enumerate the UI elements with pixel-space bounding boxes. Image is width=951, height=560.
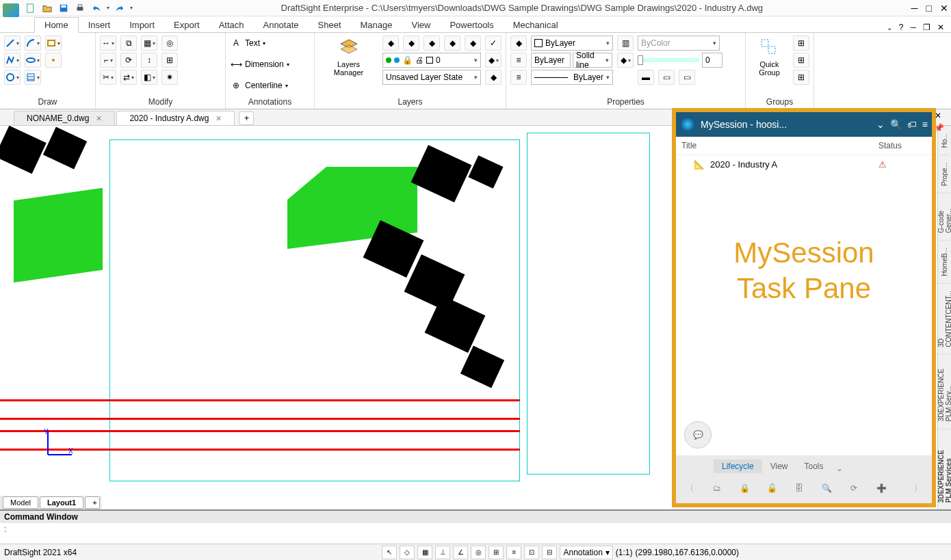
- sb-snap[interactable]: ◇: [400, 546, 415, 559]
- layer-tool-2[interactable]: ◆: [403, 36, 419, 51]
- open-icon[interactable]: [41, 2, 53, 14]
- side-tab-homeb[interactable]: HomeB...: [939, 240, 950, 283]
- pane-pin-icon[interactable]: 📌: [934, 123, 944, 133]
- ms-stack-icon[interactable]: 🗂: [706, 477, 728, 499]
- doc-tab-industry[interactable]: 2020 - Industry A.dwg✕: [116, 111, 235, 125]
- tab-annotate[interactable]: Annotate: [253, 18, 308, 32]
- layer-tool-4[interactable]: ◆: [444, 36, 460, 51]
- circle-tool[interactable]: [4, 70, 21, 85]
- chat-bubble-icon[interactable]: 💬: [684, 421, 712, 449]
- inner-restore-icon[interactable]: ❐: [923, 23, 930, 32]
- array-tool[interactable]: ▦: [141, 36, 157, 51]
- ms-refresh-icon[interactable]: ⟳: [843, 477, 865, 499]
- tab-manage[interactable]: Manage: [351, 18, 402, 32]
- tab-powertools[interactable]: Powertools: [440, 18, 503, 32]
- prop-b2[interactable]: ▭: [658, 70, 675, 85]
- tab-export[interactable]: Export: [164, 18, 209, 32]
- undo-icon[interactable]: [90, 2, 103, 14]
- prop-x2[interactable]: ◆: [617, 53, 634, 68]
- quick-group-button[interactable]: Quick Group: [750, 36, 789, 78]
- ms-tab-lifecycle[interactable]: Lifecycle: [714, 459, 762, 473]
- move-tool[interactable]: ↔: [100, 36, 116, 51]
- stretch-tool[interactable]: ↕: [141, 53, 157, 68]
- prop-b3[interactable]: ▭: [679, 70, 695, 85]
- align-tool[interactable]: ⊞: [161, 53, 178, 68]
- prop-hatch-icon[interactable]: ▥: [617, 36, 634, 51]
- color-dropdown[interactable]: ByLayer▾: [531, 36, 613, 51]
- tab-insert[interactable]: Insert: [79, 18, 120, 32]
- rectangle-tool[interactable]: [45, 36, 62, 51]
- arc-tool[interactable]: [25, 36, 41, 51]
- menu-icon[interactable]: ≡: [922, 119, 928, 130]
- sb-dyn[interactable]: ⊟: [542, 546, 557, 559]
- linestyle-dropdown[interactable]: Solid line▾: [573, 53, 612, 68]
- side-tab-3dcontent[interactable]: 3D CONTENTCENT...: [936, 283, 952, 354]
- offset-tool[interactable]: ◎: [161, 36, 178, 51]
- add-layout-tab[interactable]: +: [85, 496, 100, 509]
- tab-sheet[interactable]: Sheet: [309, 18, 351, 32]
- mirror-tool[interactable]: ⇄: [120, 70, 137, 85]
- side-tab-plmservices[interactable]: 3DEXPERIENCE PLM Services: [936, 429, 952, 509]
- ms-tab-view[interactable]: View: [762, 459, 796, 473]
- pane-close-icon[interactable]: ✕: [935, 111, 944, 120]
- prop-lw[interactable]: ≡: [510, 70, 527, 85]
- layers-manager-button[interactable]: Layers Manager: [319, 36, 378, 78]
- ms-next-icon[interactable]: 〉: [907, 477, 929, 499]
- close-tab-icon[interactable]: ✕: [96, 114, 102, 123]
- layer-tool-5[interactable]: ◆: [465, 36, 481, 51]
- ms-db-icon[interactable]: 🗄: [788, 477, 810, 499]
- tab-mechanical[interactable]: Mechanical: [504, 18, 568, 32]
- tab-view[interactable]: View: [402, 18, 441, 32]
- model-tab[interactable]: Model: [3, 496, 38, 509]
- minimize-button[interactable]: ─: [911, 3, 918, 14]
- side-tab-gcode[interactable]: G-code Gener...: [936, 193, 952, 240]
- redo-icon[interactable]: [114, 2, 126, 14]
- ms-lock-icon[interactable]: 🔒: [733, 477, 755, 499]
- annotation-scale-dropdown[interactable]: Annotation▾: [560, 546, 612, 559]
- hatch-tool[interactable]: [25, 70, 41, 85]
- layer-tool-3[interactable]: ◆: [424, 36, 440, 51]
- mysession-item[interactable]: 📐 2020 - Industry A ⚠: [676, 155, 932, 174]
- maximize-button[interactable]: □: [926, 3, 932, 14]
- sb-grid[interactable]: ▦: [417, 546, 432, 559]
- sb-lw[interactable]: ≡: [506, 546, 521, 559]
- side-tab-properties[interactable]: Prope...: [939, 155, 950, 193]
- prop-list[interactable]: ≡: [510, 53, 527, 68]
- help-icon[interactable]: ?: [899, 23, 904, 32]
- undo-dropdown[interactable]: ▾: [107, 5, 109, 11]
- ellipse-tool[interactable]: [25, 53, 41, 68]
- centerline-button[interactable]: Centerline: [245, 81, 283, 90]
- tab-import[interactable]: Import: [120, 18, 164, 32]
- ms-tab-more[interactable]: ⌄: [836, 464, 843, 473]
- grp-1[interactable]: ⊞: [793, 36, 809, 51]
- ms-unlock-icon[interactable]: 🔓: [761, 477, 783, 499]
- grp-3[interactable]: ⊞: [793, 70, 809, 85]
- lineweight-dropdown[interactable]: ByLayer▾: [531, 70, 613, 85]
- sb-ann[interactable]: ⊡: [524, 546, 539, 559]
- tab-attach[interactable]: Attach: [209, 18, 254, 32]
- linetype-dropdown[interactable]: ByLayer: [531, 53, 571, 68]
- print-icon[interactable]: [74, 2, 86, 14]
- layer-state-dropdown[interactable]: Unsaved Layer State▾: [382, 70, 481, 85]
- sb-ortho[interactable]: ⊥: [435, 546, 450, 559]
- polyline-tool[interactable]: [4, 53, 21, 68]
- current-layer-dropdown[interactable]: 🔒🖨0▾: [382, 53, 481, 68]
- scale-tool[interactable]: ◧: [141, 70, 157, 85]
- transparency-mode-dropdown[interactable]: ByColor▾: [638, 36, 720, 51]
- close-tab-icon[interactable]: ✕: [216, 114, 222, 123]
- inner-close-icon[interactable]: ✕: [937, 23, 944, 32]
- dimension-button[interactable]: Dimension: [245, 59, 284, 69]
- inner-minimize-icon[interactable]: ─: [910, 23, 916, 32]
- layer-x2[interactable]: ◆: [485, 53, 501, 68]
- command-prompt[interactable]: :: [0, 523, 951, 535]
- command-window[interactable]: Command Window :: [0, 509, 951, 544]
- layout1-tab[interactable]: Layout1: [40, 496, 83, 509]
- transparency-slider[interactable]: [638, 58, 699, 62]
- layer-x3[interactable]: ◆: [485, 70, 501, 85]
- search-icon[interactable]: 🔍: [890, 119, 902, 130]
- tag-icon[interactable]: 🏷: [907, 119, 917, 130]
- text-button[interactable]: Text: [245, 38, 260, 48]
- ms-prev-icon[interactable]: 〈: [679, 477, 701, 499]
- layer-x1[interactable]: ✓: [485, 36, 501, 51]
- close-button[interactable]: ✕: [940, 3, 948, 14]
